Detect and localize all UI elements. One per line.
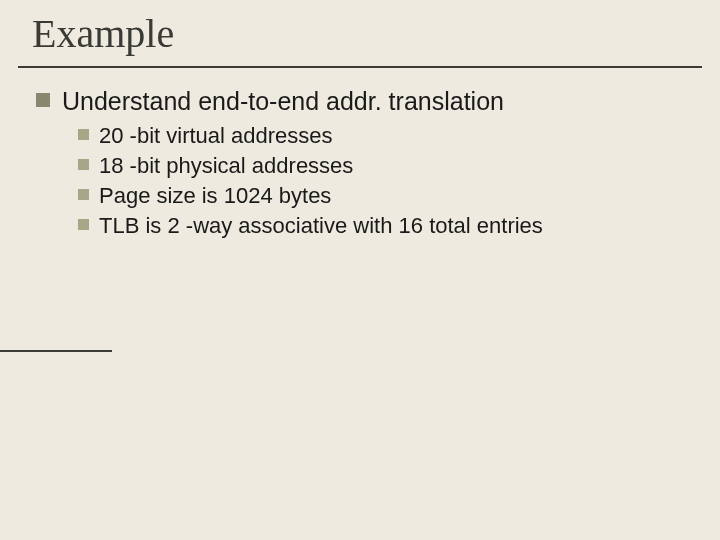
list-item: TLB is 2 -way associative with 16 total …	[78, 212, 690, 239]
square-bullet-icon	[36, 93, 50, 107]
divider-top	[18, 66, 702, 68]
list-item: Understand end-to-end addr. translation	[36, 86, 690, 116]
slide: Example Understand end-to-end addr. tran…	[0, 0, 720, 540]
slide-content: Understand end-to-end addr. translation …	[36, 86, 690, 242]
divider-left	[0, 350, 112, 352]
list-item-text: 18 -bit physical addresses	[99, 152, 353, 179]
square-bullet-icon	[78, 159, 89, 170]
square-bullet-icon	[78, 129, 89, 140]
square-bullet-icon	[78, 189, 89, 200]
sub-list: 20 -bit virtual addresses 18 -bit physic…	[78, 122, 690, 239]
slide-title: Example	[32, 10, 174, 57]
list-item-text: 20 -bit virtual addresses	[99, 122, 333, 149]
list-item: 18 -bit physical addresses	[78, 152, 690, 179]
list-item: Page size is 1024 bytes	[78, 182, 690, 209]
list-item: 20 -bit virtual addresses	[78, 122, 690, 149]
square-bullet-icon	[78, 219, 89, 230]
list-item-text: Page size is 1024 bytes	[99, 182, 331, 209]
list-item-text: Understand end-to-end addr. translation	[62, 86, 504, 116]
list-item-text: TLB is 2 -way associative with 16 total …	[99, 212, 543, 239]
